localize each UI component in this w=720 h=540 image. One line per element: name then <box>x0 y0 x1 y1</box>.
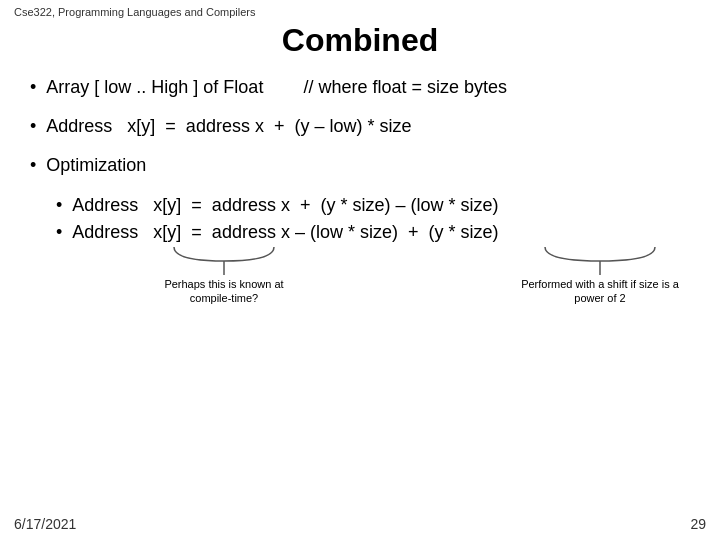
address-bullet-row2: • Address x[y] = address x – (low * size… <box>56 220 690 245</box>
bullet-dot-2: • <box>30 114 36 139</box>
bullet-address1-text: Address x[y] = address x + (y – low) * s… <box>46 114 411 139</box>
footer-date: 6/17/2021 <box>14 516 76 532</box>
brace-right: Performed with a shift if size is a powe… <box>520 247 680 306</box>
address-bullet-row1: • Address x[y] = address x + (y * size) … <box>56 193 690 218</box>
bullet-optimization: • Optimization <box>30 153 690 178</box>
slide-title: Combined <box>0 22 720 59</box>
brace-right-label: Performed with a shift if size is a powe… <box>520 277 680 306</box>
footer-page: 29 <box>690 516 706 532</box>
bullet-array-text: Array [ low .. High ] of Float // where … <box>46 75 507 100</box>
footer: 6/17/2021 29 <box>0 516 720 532</box>
slide-content: • Array [ low .. High ] of Float // wher… <box>0 75 720 319</box>
brace-section: • Address x[y] = address x + (y * size) … <box>56 193 690 319</box>
brace-annotations: Perhaps this is known at compile-time? P… <box>56 247 690 319</box>
brace-left: Perhaps this is known at compile-time? <box>164 247 284 306</box>
address-bullet1-text: Address x[y] = address x + (y * size) – … <box>72 193 498 218</box>
bullet-dot-3: • <box>30 153 36 178</box>
bullet-optimization-text: Optimization <box>46 153 146 178</box>
bullet-array: • Array [ low .. High ] of Float // wher… <box>30 75 690 100</box>
brace-left-label: Perhaps this is known at compile-time? <box>164 277 284 306</box>
bullet-address1: • Address x[y] = address x + (y – low) *… <box>30 114 690 139</box>
address-bullet2-text: Address x[y] = address x – (low * size) … <box>72 220 498 245</box>
bullet-dot-1: • <box>30 75 36 100</box>
course-title: Cse322, Programming Languages and Compil… <box>0 0 720 18</box>
